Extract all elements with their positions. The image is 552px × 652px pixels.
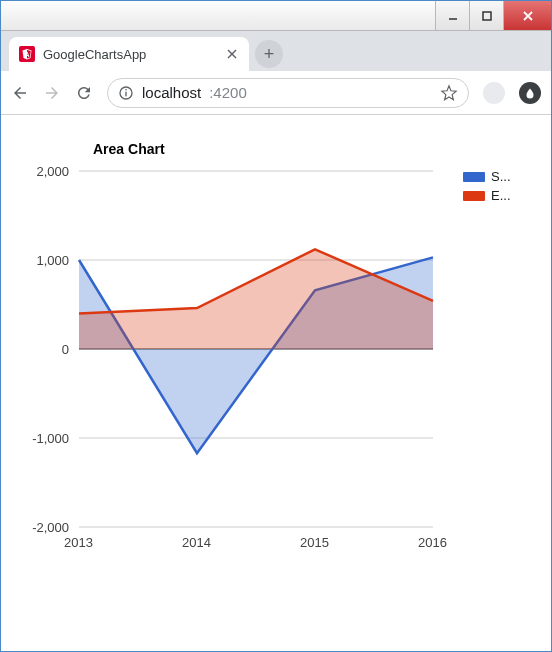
extension-button[interactable]: [519, 82, 541, 104]
forward-button[interactable]: [43, 84, 61, 102]
tab-title: GoogleChartsApp: [43, 47, 217, 62]
tab-close-button[interactable]: [225, 47, 239, 61]
chart-legend: S... E...: [463, 169, 519, 207]
x-tick-label: 2014: [182, 535, 211, 550]
window-close-button[interactable]: [503, 1, 551, 30]
y-tick-label: 2,000: [36, 164, 69, 179]
maximize-icon: [481, 10, 493, 22]
area-series-e: [79, 249, 433, 349]
x-tick-label: 2016: [418, 535, 447, 550]
plus-icon: +: [264, 44, 275, 65]
chart-svg: [19, 163, 459, 563]
legend-swatch-icon: [463, 172, 485, 182]
x-tick-label: 2013: [64, 535, 93, 550]
y-tick-label: -1,000: [32, 431, 69, 446]
legend-item[interactable]: S...: [463, 169, 519, 184]
address-bar[interactable]: localhost:4200: [107, 78, 469, 108]
area-chart: S... E... 2,000 1,000 0 -1,000 -2,000 20…: [19, 163, 519, 583]
drop-icon: [524, 87, 536, 99]
close-icon: [227, 49, 237, 59]
chart-title: Area Chart: [93, 141, 533, 157]
arrow-right-icon: [43, 84, 61, 102]
y-tick-label: 0: [62, 342, 69, 357]
y-tick-label: 1,000: [36, 253, 69, 268]
browser-window: A GoogleChartsApp + localhost:4200: [0, 0, 552, 652]
browser-tab[interactable]: A GoogleChartsApp: [9, 37, 249, 71]
angular-favicon-icon: A: [19, 46, 35, 62]
tab-strip: A GoogleChartsApp +: [1, 31, 551, 71]
legend-swatch-icon: [463, 191, 485, 201]
star-icon[interactable]: [440, 84, 458, 102]
page-content: Area Chart S... E... 2,000 1,000 0 -1,00…: [1, 115, 551, 651]
back-button[interactable]: [11, 84, 29, 102]
arrow-left-icon: [11, 84, 29, 102]
browser-toolbar: localhost:4200: [1, 71, 551, 115]
svg-rect-8: [125, 91, 126, 96]
window-minimize-button[interactable]: [435, 1, 469, 30]
legend-label: S...: [491, 169, 519, 184]
reload-button[interactable]: [75, 84, 93, 102]
legend-item[interactable]: E...: [463, 188, 519, 203]
new-tab-button[interactable]: +: [255, 40, 283, 68]
x-tick-label: 2015: [300, 535, 329, 550]
reload-icon: [75, 84, 93, 102]
profile-avatar[interactable]: [483, 82, 505, 104]
y-tick-label: -2,000: [32, 520, 69, 535]
svg-rect-9: [125, 89, 126, 90]
close-icon: [521, 9, 535, 23]
info-icon: [118, 85, 134, 101]
window-titlebar: [1, 1, 551, 31]
legend-label: E...: [491, 188, 519, 203]
url-host: localhost: [142, 84, 201, 101]
url-port: :4200: [209, 84, 247, 101]
svg-rect-1: [483, 12, 491, 20]
minimize-icon: [447, 10, 459, 22]
window-maximize-button[interactable]: [469, 1, 503, 30]
svg-text:A: A: [25, 51, 30, 58]
